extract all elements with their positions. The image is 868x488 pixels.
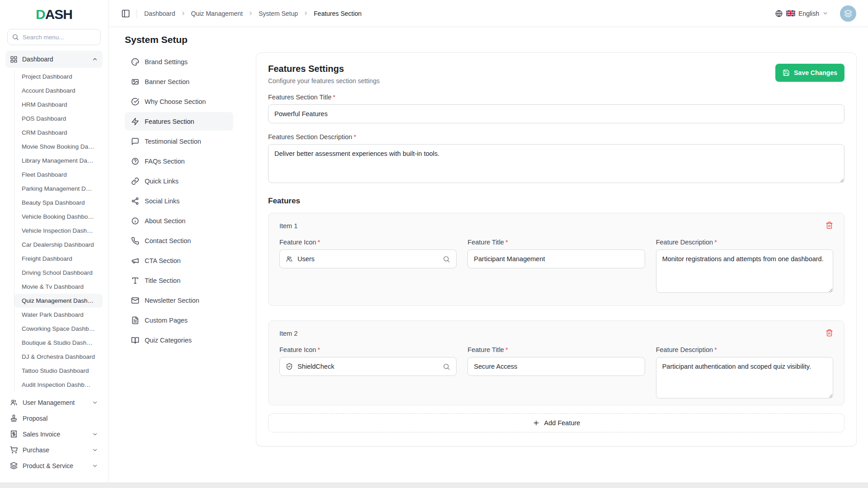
tab-contact-section[interactable]: Contact Section (125, 231, 233, 250)
sidebar-item-freight-dashboard[interactable]: Freight Dashboard (14, 252, 103, 266)
tab-features-section[interactable]: Features Section (125, 112, 233, 131)
header-actions: English (772, 5, 856, 22)
tab-banner-section[interactable]: Banner Section (125, 72, 233, 91)
sidebar: DASH Dashboard Project Dashboard Account… (0, 0, 108, 488)
sidebar-item-parking-management-dashboard[interactable]: Parking Management D… (14, 182, 103, 196)
tab-quiz-categories[interactable]: Quiz Categories (125, 331, 233, 349)
feature-icon-label: Feature Icon* (279, 239, 457, 246)
sidebar-item-tattoo-studio-dashboard[interactable]: Tattoo Studio Dashboard (14, 364, 103, 378)
tab-brand-settings[interactable]: Brand Settings (125, 52, 233, 71)
sidebar-item-movie-show-booking-dashboard[interactable]: Movie Show Booking Da… (14, 140, 103, 154)
receipt-icon (10, 430, 18, 438)
page-title: System Setup (125, 34, 857, 45)
sidebar-item-project-dashboard[interactable]: Project Dashboard (14, 70, 103, 84)
sidebar-item-coworking-space-dashboard[interactable]: Coworking Space Dashb… (14, 322, 103, 336)
add-feature-button[interactable]: Add Feature (268, 413, 844, 432)
sidebar-item-library-management-dashboard[interactable]: Library Management Da… (14, 154, 103, 168)
sidebar-item-purchase[interactable]: Purchase (5, 442, 103, 458)
feature-title-input-2[interactable] (467, 357, 645, 376)
search-icon (443, 363, 450, 371)
globe-icon (775, 9, 783, 18)
breadcrumb-quiz-management[interactable]: Quiz Management (191, 10, 243, 17)
sidebar-item-vehicle-booking-dashboard[interactable]: Vehicle Booking Dashbo… (14, 210, 103, 224)
avatar-layers-icon (844, 9, 852, 18)
tab-newsletter-section[interactable]: Newsletter Section (125, 291, 233, 310)
plus-icon (533, 419, 540, 427)
sidebar-item-proposal[interactable]: Proposal (5, 410, 103, 426)
sidebar-item-pos-dashboard[interactable]: POS Dashboard (14, 112, 103, 126)
feature-title-input-1[interactable] (467, 249, 645, 268)
tab-custom-pages[interactable]: Custom Pages (125, 311, 233, 329)
tab-label: Testimonial Section (145, 138, 201, 145)
sidebar-item-fleet-dashboard[interactable]: Fleet Dashboard (14, 168, 103, 182)
sidebar-item-movie-tv-dashboard[interactable]: Movie & Tv Dashboard (14, 280, 103, 294)
share-icon (131, 197, 139, 205)
sidebar-item-beauty-spa-dashboard[interactable]: Beauty Spa Dashboard (14, 196, 103, 210)
language-selector[interactable]: English (772, 9, 831, 18)
sidebar-item-boutique-studio-dashboard[interactable]: Boutique & Studio Dash… (14, 336, 103, 350)
chevron-down-icon (92, 399, 98, 406)
feature-description-textarea-1[interactable]: Monitor registrations and attempts from … (656, 249, 833, 293)
sidebar-item-crm-dashboard[interactable]: CRM Dashboard (14, 126, 103, 140)
tab-label: Brand Settings (145, 58, 188, 66)
sidebar-item-dj-orchestra-dashboard[interactable]: DJ & Orchestra Dashboard (14, 350, 103, 364)
sidebar-item-quiz-management-dashboard[interactable]: Quiz Management Dash… (14, 294, 103, 308)
sidebar-item-driving-school-dashboard[interactable]: Driving School Dashboard (14, 266, 103, 280)
tab-title-section[interactable]: Title Section (125, 271, 233, 290)
tab-cta-section[interactable]: CTA Section (125, 251, 233, 270)
sidebar-item-user-management[interactable]: User Management (5, 394, 103, 410)
tab-faqs-section[interactable]: FAQs Section (125, 152, 233, 170)
logo-rest: ASH (45, 7, 72, 22)
tab-label: Features Section (145, 118, 194, 125)
section-description-textarea[interactable]: Deliver better assessment experiences wi… (268, 144, 844, 183)
tab-social-links[interactable]: Social Links (125, 192, 233, 210)
system-setup-nav: Brand Settings Banner Section Why Choose… (125, 52, 233, 351)
breadcrumb-features-section: Features Section (314, 10, 362, 17)
feature-icon-picker-2[interactable]: ShieldCheck (279, 357, 457, 376)
app-logo[interactable]: DASH (0, 0, 108, 23)
add-feature-label: Add Feature (544, 419, 580, 427)
tab-label: Social Links (145, 197, 179, 205)
section-title-label: Features Section Title* (268, 94, 844, 101)
sidebar-item-label: Sales Invoice (23, 431, 60, 438)
search-input[interactable] (7, 29, 101, 45)
breadcrumb-dashboard[interactable]: Dashboard (144, 10, 175, 17)
sidebar-item-sales-invoice[interactable]: Sales Invoice (5, 426, 103, 442)
chevron-right-icon (180, 10, 186, 16)
tab-testimonial-section[interactable]: Testimonial Section (125, 132, 233, 150)
tab-why-choose-section[interactable]: Why Choose Section (125, 92, 233, 111)
section-title-input[interactable] (268, 104, 844, 123)
chevron-down-icon (92, 431, 98, 437)
delete-item-1-button[interactable] (826, 221, 833, 230)
sidebar-item-car-dealership-dashboard[interactable]: Car Dealership Dashboard (14, 238, 103, 252)
sidebar-item-hrm-dashboard[interactable]: HRM Dashboard (14, 98, 103, 112)
tab-about-section[interactable]: About Section (125, 211, 233, 230)
breadcrumb-system-setup[interactable]: System Setup (259, 10, 298, 17)
sidebar-item-vehicle-inspection-dashboard[interactable]: Vehicle Inspection Dash… (14, 224, 103, 238)
save-changes-button[interactable]: Save Changes (775, 64, 844, 82)
grid-icon (10, 56, 18, 63)
feature-item-2: Item 2 Feature Icon* ShieldCheck (268, 320, 844, 405)
sidebar-item-product-service[interactable]: Product & Service (5, 458, 103, 474)
required-asterisk: * (317, 346, 320, 353)
help-circle-icon (131, 157, 139, 165)
tab-quick-links[interactable]: Quick Links (125, 172, 233, 190)
type-icon (131, 277, 139, 285)
sidebar-item-label: Product & Service (23, 462, 73, 469)
sidebar-item-account-dashboard[interactable]: Account Dashboard (14, 84, 103, 98)
avatar[interactable] (840, 5, 856, 22)
sidebar-item-water-park-dashboard[interactable]: Water Park Dashboard (14, 308, 103, 322)
feature-icon-picker-1[interactable]: Users (279, 249, 457, 268)
sidebar-item-audit-inspection-dashboard[interactable]: Audit Inspection Dashb… (14, 378, 103, 392)
sidebar-toggle-button[interactable] (121, 9, 130, 18)
delete-item-2-button[interactable] (826, 329, 833, 338)
feature-description-textarea-2[interactable]: Participant authentication and scoped qu… (656, 357, 833, 399)
tab-label: Contact Section (145, 237, 191, 244)
required-asterisk: * (333, 94, 335, 101)
chevron-right-icon (248, 10, 254, 16)
required-asterisk: * (317, 239, 320, 246)
sidebar-item-dashboard[interactable]: Dashboard (5, 51, 103, 68)
circle-check-icon (131, 98, 139, 106)
trash-icon (826, 329, 833, 337)
users-icon (10, 399, 18, 406)
